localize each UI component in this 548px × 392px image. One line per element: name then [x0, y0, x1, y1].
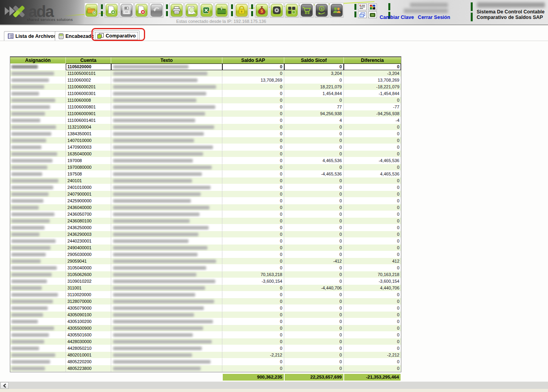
column-header-cuenta[interactable]: Cuenta: [66, 57, 111, 63]
table-row[interactable]: 4802010001 -2,212 0 -2,212: [10, 352, 401, 358]
open-folder-icon: [87, 6, 96, 15]
scroll-left-button[interactable]: [0, 382, 9, 389]
column-header-saldo-sap[interactable]: Saldo SAP: [222, 57, 284, 63]
users-button[interactable]: [330, 3, 344, 18]
column-header-diferencia[interactable]: Diferencia: [344, 57, 401, 63]
money-bag-button[interactable]: $: [255, 3, 269, 18]
tab-strip: Lista de Archivos Encabezado Comparativo: [0, 26, 548, 41]
table-row[interactable]: 2425900000 0 0 0: [10, 198, 401, 204]
table-row[interactable]: 2436050700 0 0 0: [10, 211, 401, 218]
table-row[interactable]: 111006000901 0 94,256,938 -94,256,938: [10, 110, 401, 117]
cell-saldo-sicof: 0: [284, 271, 344, 278]
cell-saldo-sicof: 18,221,079: [284, 84, 344, 90]
hand-money-button[interactable]: $: [315, 3, 329, 18]
modules-grid-icon: [287, 6, 296, 15]
column-header-texto[interactable]: Texto: [111, 57, 222, 63]
open-file-button[interactable]: [84, 3, 99, 18]
table-row[interactable]: 2490400001 0 0 0: [10, 245, 401, 251]
table-row[interactable]: 2401010000 0 0 0: [10, 184, 401, 191]
column-header-saldo-sicof[interactable]: Saldo Sicof: [284, 57, 344, 63]
cell-diferencia: 0: [344, 231, 401, 238]
table-row[interactable]: 2436080100 0 0 0: [10, 218, 401, 224]
table-row[interactable]: 1635040000 0 0 0: [10, 151, 401, 157]
cell-diferencia: 0: [344, 184, 401, 191]
table-row[interactable]: 1132100004 0 0 0: [10, 124, 401, 131]
table-row[interactable]: 29059041 0 -412 412: [10, 258, 401, 265]
save-button[interactable]: [119, 3, 134, 18]
cell-asignacion-redacted: [10, 177, 66, 184]
cell-saldo-sap: 0: [222, 211, 284, 218]
tab-comparativo[interactable]: Comparativo: [93, 30, 140, 41]
column-header-asignacion[interactable]: Asignación: [10, 57, 66, 63]
new-record-button[interactable]: [104, 3, 119, 18]
table-row[interactable]: 111006001401 0 4 -4: [10, 117, 401, 124]
table-row[interactable]: 2440230001 0 0 0: [10, 238, 401, 245]
import-file-button[interactable]: [214, 3, 229, 18]
cassette-button[interactable]: [368, 11, 377, 18]
tab-lista-de-archivos[interactable]: Lista de Archivos: [4, 31, 60, 41]
table-row[interactable]: 111006000801 0 77 -77: [10, 104, 401, 110]
cell-saldo-sap: 0: [222, 137, 284, 144]
cell-asignacion-redacted: [10, 131, 66, 137]
table-row[interactable]: 4428030000 0 0 0: [10, 338, 401, 345]
horizontal-scrollbar[interactable]: [0, 381, 548, 389]
safe-button[interactable]: [270, 3, 284, 18]
tab-encabezado[interactable]: Encabezado: [55, 31, 98, 41]
cell-saldo-sicof: 0: [284, 238, 344, 245]
cell-cuenta: 2407900001: [66, 191, 111, 198]
lock-button[interactable]: [235, 3, 249, 18]
table-row[interactable]: 1110060008 0 0 0: [10, 97, 401, 104]
table-row[interactable]: 4305100200 0 0 0: [10, 318, 401, 325]
color-grid-button[interactable]: [368, 4, 377, 10]
table-row[interactable]: 3109010202 -3,600,154 0 -3,600,154: [10, 278, 401, 285]
table-row[interactable]: 1970080000 0 0 0: [10, 164, 401, 171]
delete-record-button[interactable]: [134, 3, 149, 18]
table-row[interactable]: 4305500900 0 0 0: [10, 325, 401, 332]
cell-cuenta: 2436250000: [66, 224, 111, 231]
table-row[interactable]: 197008 0 4,465,536 -4,465,536: [10, 157, 401, 164]
cell-saldo-sap: 0: [222, 131, 284, 137]
print-button[interactable]: [170, 3, 184, 18]
table-row[interactable]: 1407010000 0 0 0: [10, 137, 401, 144]
table-row[interactable]: 240101 0 0 0: [10, 177, 401, 184]
table-row[interactable]: 2436040000 0 0 0: [10, 204, 401, 211]
table-row[interactable]: 4305079000 0 0 0: [10, 305, 401, 312]
table-row[interactable]: 1105020000 0 0 0: [10, 63, 401, 70]
logout-link[interactable]: Cerrar Sesión: [418, 15, 450, 20]
undo-button[interactable]: [149, 3, 164, 18]
cell-diferencia: 0: [344, 204, 401, 211]
cell-saldo-sap: 0: [222, 110, 284, 117]
table-row[interactable]: 111005000101 0 3,204 -3,204: [10, 70, 401, 77]
table-row[interactable]: 111006000301 0 1,454,844 -1,454,844: [10, 90, 401, 97]
table-row[interactable]: 3128070000 0 0 0: [10, 298, 401, 305]
copy-layers-button[interactable]: [358, 11, 367, 18]
table-row[interactable]: 4805223800 0 0 0: [10, 365, 401, 372]
cell-diferencia: 0: [344, 238, 401, 245]
modules-button[interactable]: [285, 3, 299, 18]
shopping-cart-button[interactable]: [300, 3, 314, 18]
cell-saldo-sicof: 0: [284, 151, 344, 157]
table-row[interactable]: 1384350001 0 0 0: [10, 131, 401, 137]
cell-asignacion-redacted: [10, 184, 66, 191]
change-password-link[interactable]: Cambiar Clave: [380, 15, 414, 20]
table-row[interactable]: 2905030000 0 0 0: [10, 251, 401, 258]
table-row[interactable]: 1470900003 0 0 0: [10, 144, 401, 151]
table-row[interactable]: 2436250000 0 0 0: [10, 224, 401, 231]
table-row[interactable]: 311001 0 -4,440,706 4,440,706: [10, 285, 401, 291]
report-list-button[interactable]: [358, 4, 367, 10]
table-row[interactable]: 111006000201 0 18,221,079 -18,221,079: [10, 84, 401, 90]
export-excel-button[interactable]: [199, 3, 214, 18]
search-button[interactable]: [185, 3, 199, 18]
table-row[interactable]: 3105062600 70,163,218 0 70,163,218: [10, 271, 401, 278]
table-row[interactable]: 1110060002 13,708,269 0 13,708,269: [10, 77, 401, 84]
table-row[interactable]: 197508 0 -4,465,536 4,465,536: [10, 171, 401, 177]
table-row[interactable]: 4805220200 0 0 0: [10, 358, 401, 365]
table-row[interactable]: 2407900001 0 0 0: [10, 191, 401, 198]
table-row[interactable]: 4428050210 0 0 0: [10, 345, 401, 352]
table-row[interactable]: 3110020000 0 0 0: [10, 291, 401, 298]
table-row[interactable]: 2436290003 0 0 0: [10, 231, 401, 238]
table-row[interactable]: 4305090100 0 0 0: [10, 312, 401, 318]
table-row[interactable]: 4305501600 0 0 0: [10, 332, 401, 338]
cell-asignacion-redacted: [10, 110, 66, 117]
table-row[interactable]: 3105040000 0 0 0: [10, 265, 401, 271]
